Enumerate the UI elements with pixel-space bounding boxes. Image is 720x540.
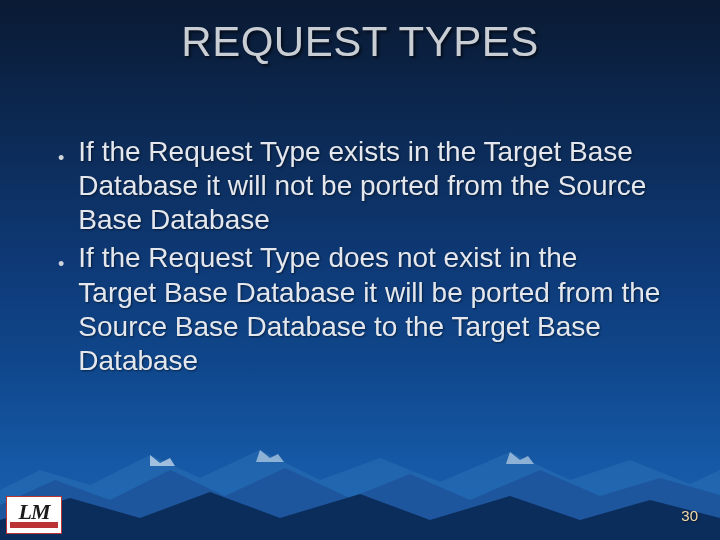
slide-body: • If the Request Type exists in the Targ… [58, 135, 662, 382]
slide: REQUEST TYPES • If the Request Type exis… [0, 0, 720, 540]
logo-bar-icon [10, 522, 58, 528]
bullet-dot-icon: • [58, 255, 64, 273]
bullet-text: If the Request Type does not exist in th… [78, 241, 662, 378]
bullet-text: If the Request Type exists in the Target… [78, 135, 662, 237]
slide-title: REQUEST TYPES [0, 18, 720, 66]
bullet-item: • If the Request Type exists in the Targ… [58, 135, 662, 237]
logo-text: LM [19, 502, 50, 522]
mountain-background-icon [0, 400, 720, 540]
bullet-item: • If the Request Type does not exist in … [58, 241, 662, 378]
page-number: 30 [681, 507, 698, 524]
bullet-dot-icon: • [58, 149, 64, 167]
logo: LM [6, 496, 62, 534]
